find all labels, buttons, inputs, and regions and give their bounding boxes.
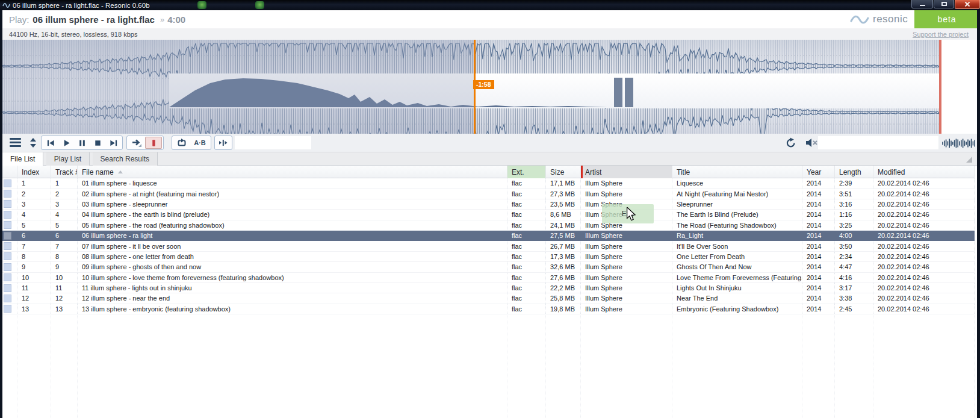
cell-artist[interactable]: Illum Sphere (581, 178, 672, 188)
table-row[interactable]: 8808 illum sphere - one letter from deat… (2, 252, 975, 262)
cell-modified[interactable]: 20.02.2014 02:46 (873, 241, 975, 251)
cell-artist[interactable]: Illum Sphere (581, 283, 672, 293)
cell-title[interactable]: At Night (Featuring Mai Nestor) (672, 189, 802, 198)
row-checkbox[interactable] (4, 284, 11, 292)
cell-size[interactable]: 27,6 MB (546, 273, 581, 282)
cell-length[interactable]: 3:51 (835, 189, 873, 198)
cell-artist[interactable]: Illum Sphere (581, 252, 672, 261)
cell-year[interactable]: 2014 (802, 199, 835, 209)
cell-title[interactable]: It'll Be Over Soon (672, 241, 802, 251)
cell-index[interactable]: 6 (17, 231, 51, 240)
cell-index[interactable]: 10 (17, 273, 51, 282)
cell-ext[interactable]: flac (507, 283, 546, 293)
cell-index[interactable]: 12 (17, 293, 51, 303)
cell-length[interactable]: 4:00 (835, 231, 873, 240)
table-row[interactable]: 4404 illum sphere - the earth is blind (… (2, 210, 975, 220)
play-button[interactable] (58, 137, 74, 149)
cell-file[interactable]: 08 illum sphere - one letter from death (78, 252, 507, 261)
row-checkbox[interactable] (4, 190, 11, 198)
table-row[interactable]: 7707 illum sphere - it ll be over soonfl… (2, 241, 975, 251)
cell-size[interactable]: 24,1 MB (546, 220, 581, 230)
cell-file[interactable]: 05 illum sphere - the road (featuring sh… (78, 220, 507, 230)
cell-year[interactable]: 2014 (802, 273, 835, 282)
header-size[interactable]: Size (546, 166, 581, 178)
cell-modified[interactable]: 20.02.2014 02:46 (873, 178, 975, 188)
cell-year[interactable]: 2014 (802, 231, 835, 240)
cell-track[interactable]: 1 (51, 178, 78, 188)
cell-index[interactable]: 3 (17, 199, 51, 209)
cell-track[interactable]: 7 (51, 241, 78, 251)
cell-track[interactable]: 2 (51, 189, 78, 198)
cell-modified[interactable]: 20.02.2014 02:46 (873, 262, 975, 272)
cell-title[interactable]: The Road (Featuring Shadowbox) (672, 220, 802, 230)
cell-title[interactable]: Ghosts Of Then And Now (672, 262, 802, 272)
cell-modified[interactable]: 20.02.2014 02:46 (873, 293, 975, 303)
tab-file-list[interactable]: File List (2, 152, 43, 166)
cell-size[interactable]: 19,8 MB (546, 304, 581, 314)
cell-track[interactable]: 3 (51, 199, 78, 209)
row-checkbox[interactable] (4, 221, 11, 229)
cell-track[interactable]: 11 (51, 283, 78, 293)
cell-file[interactable]: 03 illum sphere - sleeprunner (78, 199, 507, 209)
row-checkbox[interactable] (4, 242, 11, 250)
tab-search-results[interactable]: Search Results (93, 152, 158, 166)
refresh-icon[interactable] (785, 137, 797, 149)
cell-track[interactable]: 10 (51, 273, 78, 282)
cell-size[interactable]: 26,7 MB (546, 241, 581, 251)
cell-year[interactable]: 2014 (802, 189, 835, 198)
cell-size[interactable]: 8,6 MB (546, 210, 581, 219)
header-length[interactable]: Length (835, 166, 873, 178)
cell-year[interactable]: 2014 (802, 304, 835, 314)
cell-artist[interactable]: Illum Sphere (581, 273, 672, 282)
maximize-button[interactable] (934, 0, 954, 8)
table-row[interactable]: 111111 illum sphere - lights out in shin… (2, 283, 975, 293)
cell-size[interactable]: 32,6 MB (546, 262, 581, 272)
cell-length[interactable]: 4:16 (835, 273, 873, 282)
cell-index[interactable]: 4 (17, 210, 51, 219)
cell-ext[interactable]: flac (507, 210, 546, 219)
row-checkbox[interactable] (4, 200, 11, 208)
cell-title[interactable]: Lights Out In Shinjuku (672, 283, 802, 293)
cell-title[interactable]: Near The End (672, 293, 802, 303)
cell-track[interactable]: 8 (51, 252, 78, 261)
cell-title[interactable]: Embryonic (Featuring Shadowbox) (672, 304, 802, 314)
cell-file[interactable]: 13 illum sphere - embryonic (featuring s… (78, 304, 507, 314)
cell-index[interactable]: 2 (17, 189, 51, 198)
cell-artist[interactable]: Illum Sphere (581, 293, 672, 303)
row-checkbox[interactable] (4, 211, 11, 219)
table-row[interactable]: 131313 illum sphere - embryonic (featuri… (2, 304, 975, 314)
cell-size[interactable]: 22,2 MB (546, 283, 581, 293)
cell-track[interactable]: 9 (51, 262, 78, 272)
table-row[interactable]: 9909 illum sphere - ghosts of then and n… (2, 262, 975, 272)
cell-ext[interactable]: flac (507, 241, 546, 251)
cell-ext[interactable]: flac (507, 252, 546, 261)
cell-track[interactable]: 12 (51, 293, 78, 303)
header-index[interactable]: Index (17, 166, 51, 178)
header-file-name[interactable]: File name (78, 166, 507, 178)
cell-title[interactable]: Liquesce (672, 178, 802, 188)
close-button[interactable] (955, 0, 980, 9)
cell-year[interactable]: 2014 (802, 220, 835, 230)
header-ext-dragged[interactable]: Ext. (507, 166, 546, 178)
jump-to-playhead-button[interactable] (216, 137, 231, 149)
cell-modified[interactable]: 20.02.2014 02:46 (873, 210, 975, 219)
row-checkbox[interactable] (4, 295, 11, 302)
waveform-mini-icon[interactable] (941, 139, 976, 148)
cell-title[interactable]: Sleeprunner (672, 199, 802, 209)
header-title[interactable]: Title (672, 166, 802, 178)
cell-length[interactable]: 4:47 (835, 262, 873, 272)
row-checkbox[interactable] (4, 273, 11, 281)
cell-size[interactable]: 25,8 MB (546, 293, 581, 303)
resize-grip-icon[interactable] (966, 157, 972, 163)
cell-year[interactable]: 2014 (802, 252, 835, 261)
cell-index[interactable]: 7 (17, 241, 51, 251)
cell-ext[interactable]: flac (507, 293, 546, 303)
loop-button[interactable] (173, 137, 190, 149)
sort-order-control[interactable] (29, 137, 37, 148)
cell-file[interactable]: 11 illum sphere - lights out in shinjuku (78, 283, 507, 293)
row-checkbox[interactable] (4, 179, 11, 187)
cell-file[interactable]: 06 illum sphere - ra light (78, 231, 507, 240)
position-display[interactable] (235, 136, 311, 149)
cell-ext[interactable]: flac (507, 231, 546, 240)
cell-year[interactable]: 2014 (802, 178, 835, 188)
